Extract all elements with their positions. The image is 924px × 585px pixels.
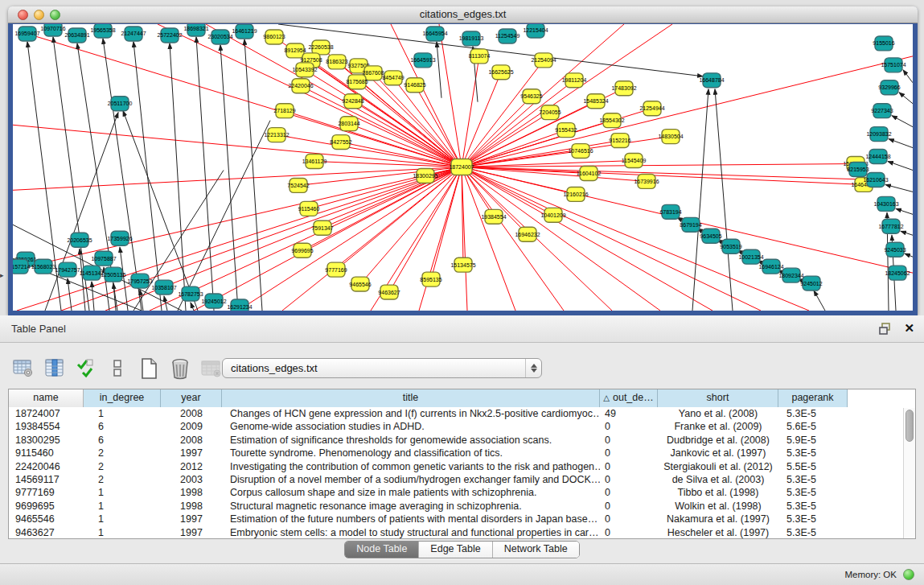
graph-node[interactable]: 17942757 <box>55 262 80 277</box>
graph-node[interactable]: 9157214 <box>13 259 31 274</box>
graph-node[interactable]: 16625625 <box>488 65 513 80</box>
column-header-pagerank[interactable]: pagerank <box>778 389 848 407</box>
show-column-icon[interactable] <box>43 356 67 381</box>
graph-node[interactable]: 14830504 <box>658 130 683 144</box>
graph-node[interactable]: 8113074 <box>469 49 491 64</box>
graph-node[interactable]: 8454749 <box>382 71 404 85</box>
minimize-window-button[interactable] <box>34 10 44 20</box>
graph-edge[interactable] <box>191 303 194 311</box>
table-row[interactable]: 969969511998Structural magnetic resonanc… <box>9 500 915 513</box>
graph-node[interactable]: 10358107 <box>151 280 176 295</box>
graph-edge[interactable] <box>814 290 825 311</box>
graph-node[interactable]: 12505135 <box>101 267 125 282</box>
graph-node[interactable]: 9329966 <box>878 80 900 95</box>
graph-node[interactable]: 17483092 <box>611 81 636 96</box>
graph-node[interactable]: 2718129 <box>273 104 295 118</box>
graph-edge[interactable] <box>901 231 913 235</box>
clear-selection-icon[interactable] <box>105 356 129 381</box>
graph-node[interactable]: 9115460 <box>298 201 320 216</box>
graph-edge[interactable] <box>68 278 72 311</box>
table-row[interactable]: 946362711997Embryonic stem cells: a mode… <box>9 526 915 539</box>
graph-node[interactable]: 11568023 <box>31 259 56 274</box>
graph-edge[interactable] <box>896 208 913 214</box>
graph-edge[interactable] <box>462 164 856 167</box>
table-row[interactable]: 2242004622012Investigating the contribut… <box>9 460 915 473</box>
graph-edge[interactable] <box>888 162 913 171</box>
graph-node[interactable]: 21247447 <box>121 27 146 41</box>
table-row[interactable]: 1938455462009Genome-wide association stu… <box>9 420 915 433</box>
graph-node[interactable]: 9155432 <box>555 123 577 138</box>
graph-edge[interactable] <box>903 70 913 83</box>
graph-node[interactable]: 15134575 <box>450 257 475 272</box>
graph-edge[interactable] <box>462 141 620 167</box>
graph-node[interactable]: 20206535 <box>67 233 92 247</box>
graph-edge[interactable] <box>462 24 672 167</box>
graph-node[interactable]: 10543392 <box>292 63 317 77</box>
graph-node[interactable]: 7524542 <box>287 178 309 192</box>
graph-node[interactable]: 21254944 <box>639 101 664 116</box>
graph-node[interactable]: 9155016 <box>873 36 894 51</box>
network-canvas[interactable]: 1872400798601238912954222605389127508105… <box>13 24 913 311</box>
graph-edge[interactable] <box>462 113 550 167</box>
graph-node[interactable]: 8175685 <box>346 75 368 89</box>
graph-node[interactable]: 9634505 <box>700 229 721 243</box>
graph-node[interactable]: 12160216 <box>563 187 588 201</box>
graph-node[interactable]: 16210643 <box>863 172 888 187</box>
graph-edge[interactable] <box>336 167 462 270</box>
graph-edge[interactable] <box>462 72 501 167</box>
graph-edge[interactable] <box>885 184 913 192</box>
graph-node[interactable]: 17957253 <box>127 274 152 288</box>
graph-node[interactable]: 20634891 <box>64 28 89 43</box>
tab-network-table[interactable]: Network Table <box>493 542 579 558</box>
graph-edge[interactable] <box>462 167 660 311</box>
graph-node[interactable]: 16782753 <box>178 286 203 301</box>
graph-edge[interactable] <box>244 39 262 311</box>
graph-edge[interactable] <box>462 167 864 185</box>
graph-node[interactable]: 10746516 <box>568 144 593 159</box>
graph-node[interactable]: 11254549 <box>495 29 520 43</box>
column-header-name[interactable]: name <box>9 389 84 407</box>
graph-node[interactable]: 16959407 <box>14 27 39 41</box>
graph-edge[interactable] <box>692 89 708 311</box>
graph-node[interactable]: 19245012 <box>201 294 226 308</box>
graph-node[interactable]: 9699695 <box>291 243 313 257</box>
graph-node[interactable]: 9227343 <box>871 104 893 118</box>
graph-node[interactable]: 18724007 <box>449 159 474 175</box>
column-header-year[interactable]: year <box>161 389 222 407</box>
scrollbar-thumb[interactable] <box>906 410 914 442</box>
graph-node[interactable]: 16645954 <box>422 27 447 41</box>
graph-node[interactable]: 6783194 <box>659 204 681 219</box>
graph-node[interactable]: 9242848 <box>342 94 363 109</box>
graph-node[interactable]: 9463627 <box>378 285 400 299</box>
graph-edge[interactable] <box>462 167 553 216</box>
panel-collapse-arrow[interactable]: ▸ <box>0 269 7 282</box>
graph-node[interactable]: 20511700 <box>108 97 133 111</box>
new-table-icon[interactable] <box>137 356 161 381</box>
graph-edge[interactable] <box>322 167 462 229</box>
graph-node[interactable]: 10021354 <box>738 249 763 264</box>
table-row[interactable]: 946554611997Estimation of the future num… <box>9 513 915 525</box>
graph-edge[interactable] <box>301 86 462 167</box>
graph-node[interactable]: 19819113 <box>459 31 484 46</box>
graph-edge[interactable] <box>899 93 913 104</box>
graph-node[interactable]: 16946124 <box>758 259 783 274</box>
graph-node[interactable]: 9152216 <box>609 134 630 148</box>
graph-node[interactable]: 21254094 <box>531 53 556 68</box>
graph-edge[interactable] <box>462 56 479 167</box>
graph-node[interactable]: 12093832 <box>866 127 891 142</box>
graph-node[interactable]: 8679194 <box>680 217 701 232</box>
graph-edge[interactable] <box>715 89 733 311</box>
graph-node[interactable]: 11545409 <box>622 154 647 168</box>
graph-edge[interactable] <box>462 130 566 167</box>
tab-edge-table[interactable]: Edge Table <box>419 542 492 558</box>
graph-edge[interactable] <box>462 167 809 311</box>
graph-edge[interactable] <box>13 167 462 282</box>
graph-edge[interactable] <box>437 42 441 98</box>
graph-node[interactable]: 7591347 <box>311 220 333 235</box>
delete-table-icon[interactable] <box>168 356 192 381</box>
graph-node[interactable]: 11604102 <box>577 167 602 181</box>
graph-edge[interactable] <box>889 139 913 148</box>
graph-node[interactable]: 19565358 <box>90 24 115 38</box>
graph-node[interactable]: 16645913 <box>410 53 435 68</box>
graph-edge[interactable] <box>357 82 462 167</box>
